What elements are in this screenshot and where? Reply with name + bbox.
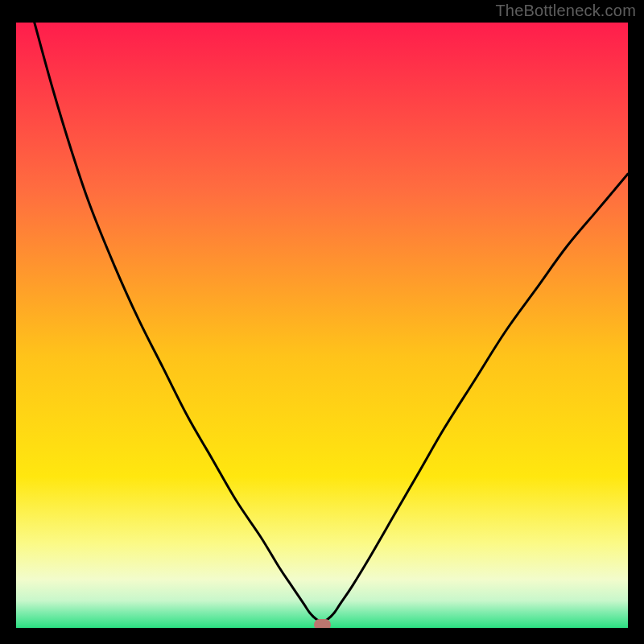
plot-area: [16, 23, 628, 628]
watermark-text: TheBottleneck.com: [495, 2, 636, 20]
bottleneck-curve: [16, 23, 628, 628]
chart-container: TheBottleneck.com: [0, 0, 644, 644]
minimum-marker: [314, 619, 331, 628]
